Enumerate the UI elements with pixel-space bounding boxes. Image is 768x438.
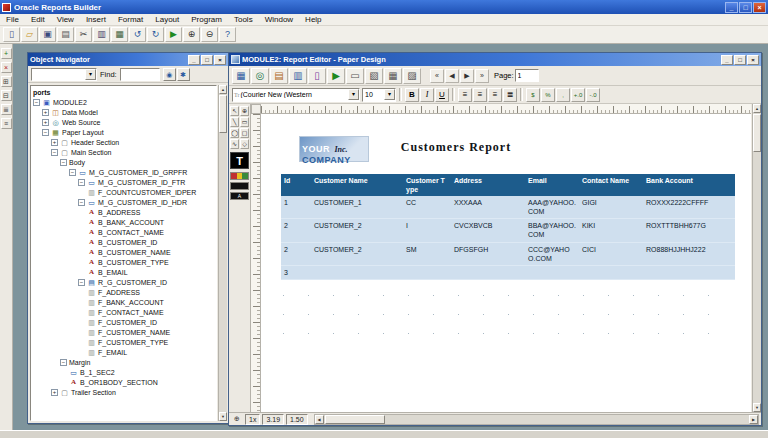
table-cell[interactable]: 2 bbox=[281, 219, 311, 241]
table-cell[interactable]: ROXTTTBHH677G bbox=[643, 219, 735, 241]
minimize-button[interactable]: _ bbox=[721, 55, 733, 65]
tree-item[interactable]: AB_OR1BODY_SECTION bbox=[31, 377, 216, 387]
rectangle-tool[interactable]: ▭ bbox=[240, 117, 249, 127]
report-table[interactable]: IdCustomer NameCustomer TypeAddressEmail… bbox=[281, 174, 735, 280]
table-cell[interactable]: XXXAAA bbox=[451, 196, 525, 218]
create-button[interactable]: + bbox=[1, 48, 12, 59]
last-page-button[interactable]: » bbox=[475, 69, 489, 83]
tree-item[interactable]: ▥F_BANK_ACCOUNT bbox=[31, 297, 216, 307]
minimize-button[interactable]: _ bbox=[725, 2, 738, 13]
undo-button[interactable]: ↺ bbox=[129, 27, 146, 42]
menu-program[interactable]: Program bbox=[185, 14, 228, 26]
tree-expander-icon[interactable] bbox=[42, 109, 49, 116]
tree-item[interactable]: ▭M_G_CUSTOMER_ID_FTR bbox=[31, 177, 216, 187]
next-page-button[interactable]: ▶ bbox=[460, 69, 474, 83]
scroll-up-icon[interactable] bbox=[219, 85, 227, 94]
polygon-tool[interactable]: ◇ bbox=[240, 139, 249, 149]
italic-button[interactable]: I bbox=[420, 88, 434, 102]
menu-file[interactable]: File bbox=[0, 14, 25, 26]
tree-item[interactable]: ▥F_COUNTCUSTOMER_IDPER bbox=[31, 187, 216, 197]
font-size-dropdown[interactable]: 10 bbox=[362, 88, 396, 102]
find-clear-button[interactable]: ✱ bbox=[177, 68, 190, 81]
tree-expander-icon[interactable] bbox=[51, 389, 58, 396]
table-header-cell[interactable]: Contact Name bbox=[579, 174, 643, 196]
tree-item[interactable]: ▥F_CUSTOMER_ID bbox=[31, 317, 216, 327]
tree-item[interactable]: AB_CUSTOMER_TYPE bbox=[31, 257, 216, 267]
table-cell[interactable]: 3 bbox=[281, 266, 311, 279]
ellipse-tool[interactable]: ◯ bbox=[230, 128, 239, 138]
table-cell[interactable] bbox=[311, 266, 403, 279]
tree-item[interactable]: ▢Trailer Section bbox=[31, 387, 216, 397]
table-cell[interactable] bbox=[451, 266, 525, 279]
chevron-down-icon[interactable] bbox=[348, 89, 359, 100]
run-web-button[interactable]: ▶ bbox=[327, 68, 345, 84]
remove-decimal-button[interactable]: -.0 bbox=[586, 88, 600, 102]
tree-expander-icon[interactable] bbox=[51, 139, 58, 146]
menu-view[interactable]: View bbox=[51, 14, 80, 26]
table-cell[interactable]: 2 bbox=[281, 243, 311, 265]
align-center-button[interactable]: ≡ bbox=[473, 88, 487, 102]
copy-button[interactable]: ▥ bbox=[93, 27, 110, 42]
zoom-out-button[interactable]: ⊖ bbox=[201, 27, 218, 42]
align-justify-button[interactable]: ≣ bbox=[503, 88, 517, 102]
menu-format[interactable]: Format bbox=[112, 14, 149, 26]
table-header-cell[interactable]: Address bbox=[451, 174, 525, 196]
tree-expander-icon[interactable] bbox=[78, 179, 85, 186]
table-cell[interactable] bbox=[403, 266, 451, 279]
tree-expander-icon[interactable] bbox=[69, 169, 76, 176]
table-cell[interactable] bbox=[579, 266, 643, 279]
table-header-cell[interactable]: Bank Account bbox=[643, 174, 735, 196]
text-color-button[interactable]: A bbox=[230, 192, 249, 200]
page-number-input[interactable] bbox=[515, 69, 539, 82]
restore-button[interactable]: □ bbox=[201, 55, 213, 65]
scroll-down-icon[interactable] bbox=[753, 403, 761, 412]
web-source-button[interactable]: ◎ bbox=[251, 68, 269, 84]
data-model-button[interactable]: ▦ bbox=[232, 68, 250, 84]
tree-expander-icon[interactable] bbox=[78, 279, 85, 286]
expand-all-button[interactable]: ≣ bbox=[1, 104, 12, 115]
tree-expander-icon[interactable] bbox=[33, 99, 40, 106]
table-header-cell[interactable]: Id bbox=[281, 174, 311, 196]
tree-item[interactable]: AB_BANK_ACCOUNT bbox=[31, 217, 216, 227]
table-cell[interactable]: KIKI bbox=[579, 219, 643, 241]
menu-window[interactable]: Window bbox=[259, 14, 299, 26]
table-row[interactable]: 2CUSTOMER_2SMDFGSFGHCCC@YAHOO.COMCICIRO8… bbox=[281, 243, 735, 266]
tree-expander-icon[interactable] bbox=[42, 129, 49, 136]
tree-item[interactable]: AB_EMAIL bbox=[31, 267, 216, 277]
table-row[interactable]: 2CUSTOMER_2ICVCXBVCBBBA@YAHOO.COMKIKIROX… bbox=[281, 219, 735, 242]
polyline-tool[interactable]: ∿ bbox=[230, 139, 239, 149]
tree-item[interactable]: ▢Header Section bbox=[31, 137, 216, 147]
restore-button[interactable]: □ bbox=[739, 2, 752, 13]
menu-layout[interactable]: Layout bbox=[149, 14, 185, 26]
table-cell[interactable]: I bbox=[403, 219, 451, 241]
tree-item[interactable]: ▭B_1_SEC2 bbox=[31, 367, 216, 377]
close-button[interactable]: × bbox=[747, 55, 759, 65]
tree-item[interactable]: Margin bbox=[31, 357, 216, 367]
scrollbar-thumb[interactable] bbox=[325, 415, 385, 424]
first-page-button[interactable]: « bbox=[430, 69, 444, 83]
tree-expander-icon[interactable] bbox=[60, 159, 67, 166]
table-cell[interactable]: CICI bbox=[579, 243, 643, 265]
table-cell[interactable]: SM bbox=[403, 243, 451, 265]
table-cell[interactable]: CUSTOMER_2 bbox=[311, 219, 403, 241]
tree-expander-icon[interactable] bbox=[78, 199, 85, 206]
report-title[interactable]: Customers Report bbox=[321, 140, 591, 155]
tree-expander-icon[interactable] bbox=[42, 119, 49, 126]
tree-item[interactable]: ▥F_CUSTOMER_NAME bbox=[31, 327, 216, 337]
open-button[interactable]: ▱ bbox=[21, 27, 38, 42]
table-header-cell[interactable]: Email bbox=[525, 174, 579, 196]
table-cell[interactable]: BBA@YAHOO.COM bbox=[525, 219, 579, 241]
tree-item[interactable]: AB_ADDRESS bbox=[31, 207, 216, 217]
bold-button[interactable]: B bbox=[405, 88, 419, 102]
paper-layout-button[interactable]: ▤ bbox=[270, 68, 288, 84]
scroll-down-icon[interactable] bbox=[219, 412, 227, 421]
currency-button[interactable]: $ bbox=[526, 88, 540, 102]
table-cell[interactable]: CC bbox=[403, 196, 451, 218]
close-button[interactable]: × bbox=[214, 55, 226, 65]
run-paper-button[interactable]: ▶ bbox=[165, 27, 182, 42]
new-report-button[interactable]: ▯ bbox=[3, 27, 20, 42]
redo-button[interactable]: ↻ bbox=[147, 27, 164, 42]
table-cell[interactable]: CUSTOMER_2 bbox=[311, 243, 403, 265]
chevron-down-icon[interactable] bbox=[85, 69, 96, 80]
rounded-rect-tool[interactable]: ▢ bbox=[240, 128, 249, 138]
